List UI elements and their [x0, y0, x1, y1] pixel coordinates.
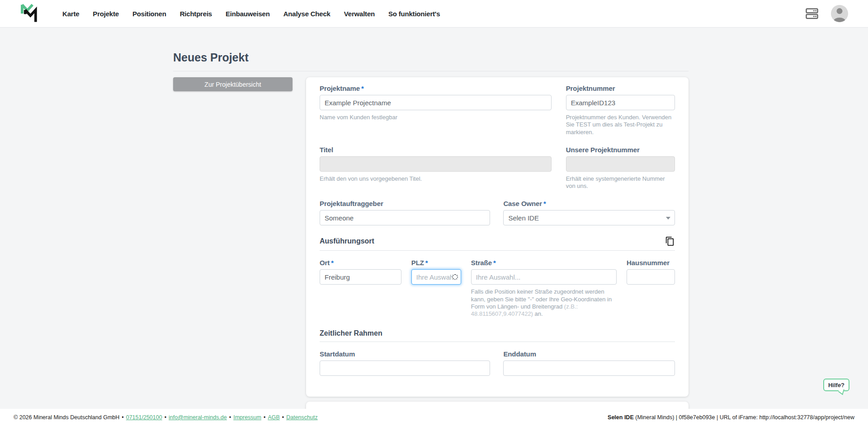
ort-label: Ort*: [320, 259, 401, 267]
case-owner-selected-value: Selen IDE: [508, 214, 539, 222]
nav-item-verwalten[interactable]: Verwalten: [344, 10, 375, 18]
projektnummer-help: Projektnummer des Kunden. Verwenden Sie …: [566, 114, 675, 136]
required-asterisk: *: [331, 259, 334, 267]
section-divider: [320, 250, 675, 251]
required-asterisk: *: [425, 259, 428, 267]
chevron-down-icon: [666, 217, 670, 220]
footer-link-phone[interactable]: 07151/250100: [126, 414, 162, 421]
titel-label: Titel: [320, 146, 552, 154]
user-avatar[interactable]: [831, 5, 848, 22]
form-row-titel-nummer: Titel Erhält den von uns vorgegebenen Ti…: [320, 146, 675, 190]
form-row-datum: Startdatum Enddatum: [320, 350, 675, 376]
nav-item-einbauweisen[interactable]: Einbauweisen: [226, 10, 270, 18]
projektnummer-input[interactable]: [566, 95, 675, 110]
section-zeitlicher-rahmen-title: Zeitlicher Rahmen: [320, 329, 382, 337]
footer-session-details: (Mineral Minds) | 0f58e7eb093e | URL of …: [634, 414, 854, 421]
section-ausfuehrungsort-header: Ausführungsort: [320, 237, 675, 246]
projektname-input[interactable]: [320, 95, 552, 110]
mineral-minds-logo-icon[interactable]: [20, 3, 39, 24]
nav-item-so-funktionierts[interactable]: So funktioniert's: [388, 10, 440, 18]
titel-input: [320, 156, 552, 172]
case-owner-select[interactable]: Selen IDE: [503, 210, 675, 225]
avatar-body-icon: [834, 18, 845, 22]
footer-link-datenschutz[interactable]: Datenschutz: [286, 414, 317, 421]
footer-link-impressum[interactable]: Impressum: [233, 414, 261, 421]
strasse-help: Falls die Position keiner Straße zugeord…: [471, 288, 617, 318]
enddatum-label: Enddatum: [503, 350, 675, 358]
required-asterisk: *: [361, 84, 364, 92]
footer-link-agb[interactable]: AGB: [268, 414, 279, 421]
nav-item-positionen[interactable]: Positionen: [132, 10, 166, 18]
startdatum-input[interactable]: [320, 360, 490, 376]
footer-link-email[interactable]: info@mineral-minds.de: [169, 414, 227, 421]
unsere-projektnummer-label: Unsere Projektnummer: [566, 146, 675, 154]
titel-help: Erhält den von uns vorgegebenen Titel.: [320, 175, 552, 183]
form-row-adresse: Ort* PLZ* Straße* Falls die Position kei…: [320, 259, 675, 318]
projektname-help: Name vom Kunden festlegbar: [320, 114, 552, 121]
page-footer: © 2026 Mineral Minds Deutschland GmbH • …: [0, 409, 868, 426]
title-divider: [173, 71, 689, 71]
section-ausfuehrungsort-title: Ausführungsort: [320, 237, 374, 245]
footer-user-name: Selen IDE: [608, 414, 634, 421]
main-content: Neues Projekt Zur Projektübersicht Proje…: [0, 28, 868, 409]
nav-item-richtpreis[interactable]: Richtpreis: [180, 10, 212, 18]
nav-item-karte[interactable]: Karte: [62, 10, 79, 18]
avatar-head-icon: [837, 8, 843, 14]
footer-session-info: Selen IDE (Mineral Minds) | 0f58e7eb093e…: [608, 414, 854, 421]
copy-icon: [665, 236, 675, 246]
page-title: Neues Projekt: [173, 51, 249, 64]
copyright-text: © 2026 Mineral Minds Deutschland GmbH: [14, 414, 119, 421]
nav-item-projekte[interactable]: Projekte: [93, 10, 119, 18]
unsere-projektnummer-input: [566, 156, 675, 172]
navbar-right: [805, 5, 848, 22]
enddatum-input[interactable]: [503, 360, 675, 376]
projektauftraggeber-input[interactable]: [320, 210, 490, 225]
zur-projektuebersicht-button[interactable]: Zur Projektübersicht: [173, 77, 292, 91]
plz-input[interactable]: [411, 269, 461, 285]
section-zeitlicher-rahmen-header: Zeitlicher Rahmen: [320, 329, 675, 337]
strasse-input[interactable]: [471, 269, 617, 285]
hilfe-button[interactable]: Hilfe?: [823, 379, 849, 391]
copy-address-button[interactable]: [665, 236, 675, 246]
server-icon[interactable]: [805, 7, 819, 20]
required-asterisk: *: [543, 200, 546, 207]
required-asterisk: *: [493, 259, 496, 267]
projektname-label: Projektname*: [320, 84, 552, 92]
footer-left: © 2026 Mineral Minds Deutschland GmbH • …: [14, 414, 318, 421]
startdatum-label: Startdatum: [320, 350, 490, 358]
projektauftraggeber-label: Projektauftraggeber: [320, 200, 490, 207]
nav-item-analyse-check[interactable]: Analyse Check: [283, 10, 330, 18]
hausnummer-input[interactable]: [627, 269, 675, 285]
projektnummer-label: Projektnummer: [566, 84, 675, 92]
form-row-name-nummer: Projektname* Name vom Kunden festlegbar …: [320, 84, 675, 136]
ort-input[interactable]: [320, 269, 401, 285]
hausnummer-label: Hausnummer: [627, 259, 675, 267]
project-form-card: Projektname* Name vom Kunden festlegbar …: [306, 77, 689, 397]
plz-label: PLZ*: [411, 259, 461, 267]
section-divider: [320, 342, 675, 342]
form-row-auftraggeber-owner: Projektauftraggeber Case Owner* Selen ID…: [320, 200, 675, 225]
unsere-projektnummer-help: Erhält eine systemgenerierte Nummer von …: [566, 175, 675, 190]
top-navbar: Karte Projekte Positionen Richtpreis Ein…: [0, 0, 868, 28]
strasse-label: Straße*: [471, 259, 617, 267]
case-owner-label: Case Owner*: [503, 200, 675, 207]
nav-menu: Karte Projekte Positionen Richtpreis Ein…: [62, 10, 440, 18]
